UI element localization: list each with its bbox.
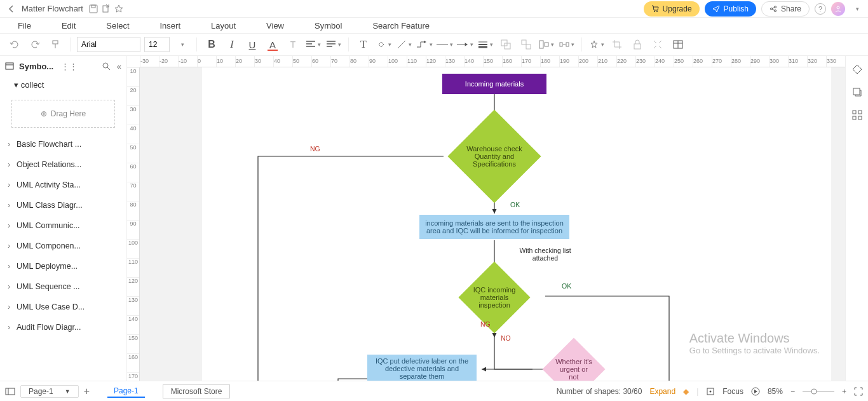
sidebar-item[interactable]: UML Class Diagr... xyxy=(0,195,126,215)
sidebar-item[interactable]: UML Deployme... xyxy=(0,256,126,276)
italic-icon[interactable]: I xyxy=(224,36,240,53)
font-size-dd[interactable] xyxy=(173,36,190,53)
expand-link[interactable]: Expand xyxy=(649,387,675,396)
node-urgent[interactable]: Whether it's urgent or not xyxy=(543,338,606,381)
effects-icon[interactable] xyxy=(588,36,605,53)
send-icon xyxy=(712,5,720,13)
zoom-out-icon[interactable]: − xyxy=(790,387,795,396)
sidebar-item[interactable]: Audit Flow Diagr... xyxy=(0,317,126,337)
ungroup-icon[interactable] xyxy=(518,36,534,53)
help-icon[interactable]: ? xyxy=(815,3,826,15)
sidebar-item[interactable]: UML Componen... xyxy=(0,236,126,256)
font-size-select[interactable] xyxy=(144,37,170,52)
add-page-icon[interactable]: + xyxy=(84,386,90,397)
focus-label[interactable]: Focus xyxy=(722,387,743,396)
connector-icon[interactable] xyxy=(416,36,433,53)
redo-icon[interactable] xyxy=(27,36,43,53)
line-weight-icon[interactable] xyxy=(477,36,494,53)
format-painter-icon[interactable] xyxy=(47,36,64,53)
undo-icon[interactable] xyxy=(6,36,23,53)
pages-icon[interactable] xyxy=(5,388,15,395)
group-icon[interactable] xyxy=(498,36,514,53)
text-case-icon[interactable]: T xyxy=(285,36,301,53)
share-button[interactable]: Share xyxy=(761,1,810,17)
sidebar-item[interactable]: Basic Flowchart ... xyxy=(0,134,126,154)
underline-icon[interactable]: U xyxy=(244,36,261,53)
align-obj-icon[interactable] xyxy=(538,36,555,53)
fit-icon[interactable] xyxy=(706,387,715,396)
menu-bar: File Edit Select Insert Layout View Symb… xyxy=(0,18,868,33)
microsoft-store-tag[interactable]: Microsoft Store xyxy=(163,384,231,398)
align-v-icon[interactable] xyxy=(325,36,342,53)
export-icon[interactable] xyxy=(100,4,112,13)
menu-select[interactable]: Select xyxy=(106,21,129,31)
table-icon[interactable] xyxy=(670,36,686,53)
menu-layout[interactable]: Layout xyxy=(211,21,236,31)
page-tab-active[interactable]: Page-1 xyxy=(107,385,145,398)
sidebar-item[interactable]: UML Sequence ... xyxy=(0,276,126,297)
menu-insert[interactable]: Insert xyxy=(160,21,181,31)
distribute-icon[interactable] xyxy=(559,36,575,53)
zoom-slider[interactable] xyxy=(803,388,834,395)
fullscreen-icon[interactable] xyxy=(854,387,863,396)
avatar-menu-icon[interactable] xyxy=(850,6,863,12)
svg-point-48 xyxy=(811,389,817,394)
svg-rect-39 xyxy=(858,111,862,114)
line-color-icon[interactable] xyxy=(396,36,412,53)
svg-rect-40 xyxy=(853,116,856,119)
sidebar-item[interactable]: UML Communic... xyxy=(0,215,126,236)
arrow-style-icon[interactable] xyxy=(457,36,473,53)
font-select[interactable] xyxy=(77,37,140,52)
layers-icon[interactable] xyxy=(851,86,863,98)
save-icon[interactable] xyxy=(87,4,100,13)
node-iqc-inspection[interactable]: IQC incoming materials inspection xyxy=(458,261,530,333)
sidebar-item[interactable]: UML Activity Sta... xyxy=(0,175,126,195)
fill-icon[interactable] xyxy=(376,36,392,53)
lock-icon[interactable] xyxy=(629,36,646,53)
publish-button[interactable]: Publish xyxy=(705,1,756,17)
collapse-icon[interactable]: « xyxy=(117,62,121,71)
node-defective-label[interactable]: IQC put defective laber on the dedective… xyxy=(367,355,477,381)
node-inspection-area[interactable]: incoming materials are sent to the inspe… xyxy=(419,215,569,239)
canvas-page[interactable]: Incoming materials Warehouse check Quant… xyxy=(202,67,831,381)
toolbar: B I U A T T xyxy=(0,33,868,56)
grid-icon[interactable] xyxy=(851,109,863,121)
theme-icon[interactable] xyxy=(851,64,863,75)
page-selector[interactable]: Page-1▼ xyxy=(20,385,79,398)
upgrade-button[interactable]: Upgrade xyxy=(644,1,700,17)
text-tool-icon[interactable]: T xyxy=(355,36,372,53)
back-icon[interactable] xyxy=(5,5,18,13)
menu-file[interactable]: File xyxy=(18,21,31,31)
menu-view[interactable]: View xyxy=(266,21,284,31)
font-color-icon[interactable]: A xyxy=(264,36,281,53)
align-h-icon[interactable] xyxy=(305,36,322,53)
zoom-in-icon[interactable]: + xyxy=(842,387,846,396)
sidebar-collect[interactable]: ▾ collect xyxy=(0,76,126,93)
svg-point-3 xyxy=(654,11,655,12)
node-warehouse-check[interactable]: Warehouse check Quantity and Specificati… xyxy=(447,109,541,203)
drag-here-area[interactable]: ⊕ Drag Here xyxy=(11,100,115,128)
play-icon[interactable] xyxy=(751,387,760,396)
svg-rect-20 xyxy=(545,43,548,46)
sidebar-item[interactable]: Object Relations... xyxy=(0,154,126,175)
star-icon[interactable] xyxy=(112,4,125,13)
sidebar-item[interactable]: UML Use Case D... xyxy=(0,297,126,317)
node-incoming[interactable]: Incoming materials xyxy=(442,74,546,94)
svg-point-4 xyxy=(656,11,658,12)
zoom-level[interactable]: 85% xyxy=(768,387,783,396)
menu-search[interactable]: Search Feature xyxy=(372,21,430,31)
svg-rect-18 xyxy=(526,44,531,49)
avatar[interactable] xyxy=(831,2,845,16)
search-icon[interactable] xyxy=(102,62,111,71)
menu-edit[interactable]: Edit xyxy=(62,21,76,31)
canvas-area[interactable]: -30-20-100102030405060708090100110120130… xyxy=(127,56,845,381)
bold-icon[interactable]: B xyxy=(203,36,220,53)
svg-rect-24 xyxy=(634,44,641,49)
svg-rect-17 xyxy=(522,40,526,44)
line-style-icon[interactable] xyxy=(437,36,453,53)
sidebar-menu-icon[interactable]: ⋮⋮ xyxy=(61,62,78,71)
tools-icon[interactable] xyxy=(649,36,666,53)
menu-symbol[interactable]: Symbol xyxy=(315,21,342,31)
crop-icon[interactable] xyxy=(609,36,625,53)
sidebar-title: Symbo... xyxy=(19,62,53,71)
